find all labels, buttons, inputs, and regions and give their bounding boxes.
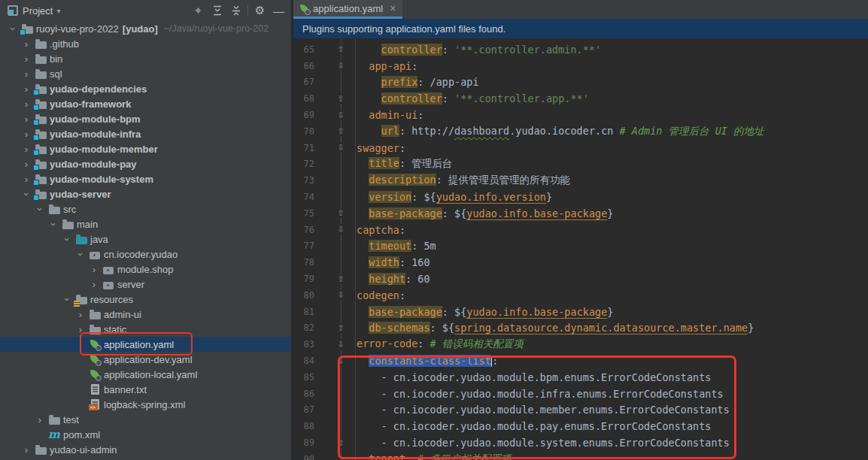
- tree-chevron-icon[interactable]: ›: [20, 69, 33, 79]
- tree-item-ruoyi-vue-pro-2022[interactable]: ›ruoyi-vue-pro-2022[yudao]~/Java/ruoyi-v…: [0, 21, 291, 36]
- tree-item--github[interactable]: ›.github: [0, 36, 291, 51]
- code-line-69[interactable]: 69⇩ admin-ui:: [293, 107, 868, 123]
- tree-item-yudao-framework[interactable]: ›yudao-framework: [0, 96, 291, 111]
- tree-item-banner-txt[interactable]: banner.txt: [0, 382, 291, 397]
- fold-marker-icon[interactable]: ⇧: [326, 44, 355, 54]
- tree-item-src[interactable]: ›src: [0, 201, 291, 216]
- fold-marker-icon[interactable]: ⇩: [326, 225, 355, 235]
- tree-chevron-icon[interactable]: ›: [20, 39, 33, 49]
- tree-item-logback-spring-xml[interactable]: logback-spring.xml: [0, 397, 291, 412]
- settings-icon[interactable]: ⚙: [250, 2, 269, 20]
- tree-item-pom-xml[interactable]: pom.xml: [0, 427, 291, 442]
- tree-item-main[interactable]: ›main: [0, 216, 291, 232]
- code-line-89[interactable]: 89⇧ - cn.iocoder.yudao.module.system.enu…: [293, 434, 868, 451]
- code-line-72[interactable]: 72 title: 管理后台: [293, 156, 868, 173]
- fold-marker-icon[interactable]: ⇩: [326, 290, 355, 300]
- fold-marker-icon[interactable]: ⇧: [326, 208, 355, 218]
- tree-item-yudao-module-system[interactable]: ›yudao-module-system: [0, 171, 291, 186]
- tree-chevron-icon[interactable]: ›: [20, 144, 33, 154]
- tree-item-application-dev-yaml[interactable]: application-dev.yaml: [0, 352, 291, 367]
- code-line-67[interactable]: 67 prefix: /app-api: [293, 74, 868, 91]
- fold-marker-icon[interactable]: ⇩: [326, 143, 355, 153]
- locate-icon[interactable]: ⌖: [189, 2, 208, 20]
- code-line-76[interactable]: 76⇩captcha:: [293, 222, 868, 238]
- code-line-88[interactable]: 88 - cn.iocoder.yudao.module.pay.enums.E…: [293, 418, 868, 434]
- tree-item-cn-iocoder-yudao[interactable]: ›cn.iocoder.yudao: [0, 247, 291, 262]
- fold-marker-icon[interactable]: ⇩: [326, 61, 355, 71]
- tab-close-icon[interactable]: ×: [390, 2, 396, 14]
- tree-chevron-icon[interactable]: ›: [20, 54, 33, 64]
- code-editor[interactable]: 65⇧ controller: '**.controller.admin.**'…: [293, 38, 868, 460]
- code-line-74[interactable]: 74 version: ${yudao.info.version}: [293, 189, 868, 205]
- code-line-86[interactable]: 86 - cn.iocoder.yudao.module.infra.enums…: [293, 386, 868, 402]
- tree-chevron-icon[interactable]: ›: [33, 415, 47, 425]
- code-line-81[interactable]: 81 base-package: ${yudao.info.base-packa…: [293, 304, 868, 320]
- tree-item-application-local-yaml[interactable]: application-local.yaml: [0, 367, 291, 382]
- tree-item-application-yaml[interactable]: application.yaml: [0, 337, 291, 352]
- tree-chevron-icon[interactable]: ›: [62, 292, 72, 306]
- fold-marker-icon[interactable]: ⇧: [326, 438, 355, 448]
- tree-item-resources[interactable]: ›resources: [0, 292, 291, 307]
- tree-item-static[interactable]: ›static: [0, 322, 291, 337]
- tree-chevron-icon[interactable]: ›: [20, 114, 33, 124]
- hide-panel-icon[interactable]: —: [269, 2, 288, 20]
- project-dropdown-chevron-icon[interactable]: ▾: [56, 7, 60, 15]
- fold-marker-icon[interactable]: ⇩: [326, 110, 355, 120]
- fold-marker-icon[interactable]: ⇧: [326, 323, 355, 333]
- code-line-79[interactable]: 79⇧ height: 60: [293, 271, 868, 287]
- tree-chevron-icon[interactable]: ›: [76, 247, 86, 261]
- tree-item-test[interactable]: ›test: [0, 412, 291, 427]
- tree-item-server[interactable]: ›server: [0, 277, 291, 292]
- tree-item-sql[interactable]: ›sql: [0, 66, 291, 81]
- code-line-90[interactable]: 90 tenant: # 多租户相关配置项: [293, 451, 868, 460]
- tree-item-yudao-module-bpm[interactable]: ›yudao-module-bpm: [0, 111, 291, 126]
- collapse-all-icon[interactable]: [226, 2, 245, 20]
- code-line-75[interactable]: 75⇧ base-package: ${yudao.info.base-pack…: [293, 205, 868, 222]
- tree-chevron-icon[interactable]: ›: [20, 159, 33, 169]
- fold-marker-icon[interactable]: ⇧: [326, 94, 355, 104]
- fold-marker-icon[interactable]: ⇧: [326, 274, 355, 284]
- fold-marker-icon[interactable]: ⇧: [326, 126, 355, 136]
- code-line-71[interactable]: 71⇩swagger:: [293, 140, 868, 156]
- code-line-80[interactable]: 80⇩codegen:: [293, 287, 868, 304]
- tree-chevron-icon[interactable]: ›: [20, 445, 33, 455]
- tree-item-java[interactable]: ›java: [0, 232, 291, 247]
- tree-chevron-icon[interactable]: ›: [49, 217, 59, 231]
- tab-application-yaml[interactable]: application.yaml ×: [293, 0, 402, 19]
- tree-chevron-icon[interactable]: ›: [20, 129, 33, 139]
- tree-chevron-icon[interactable]: ›: [87, 265, 101, 274]
- fold-marker-icon[interactable]: ⇩: [326, 356, 355, 366]
- tree-item-bin[interactable]: ›bin: [0, 51, 291, 66]
- code-line-83[interactable]: 83⇩error-code: # 错误码相关配置项: [293, 336, 868, 353]
- tree-chevron-icon[interactable]: ›: [20, 174, 33, 184]
- code-line-85[interactable]: 85 - cn.iocoder.yudao.module.bpm.enums.E…: [293, 369, 868, 386]
- tree-chevron-icon[interactable]: ›: [22, 187, 32, 201]
- tree-item-module-shop[interactable]: ›module.shop: [0, 262, 291, 277]
- fold-marker-icon[interactable]: ⇩: [326, 340, 355, 350]
- code-line-66[interactable]: 66⇩ app-api:: [293, 58, 868, 74]
- tree-chevron-icon[interactable]: ›: [20, 99, 33, 109]
- tree-chevron-icon[interactable]: ›: [20, 84, 33, 94]
- tree-chevron-icon[interactable]: ›: [8, 22, 18, 35]
- expand-all-icon[interactable]: [208, 2, 226, 20]
- tree-chevron-icon[interactable]: ›: [74, 310, 87, 319]
- tree-item-admin-ui[interactable]: ›admin-ui: [0, 307, 291, 322]
- tree-item-yudao-dependencies[interactable]: ›yudao-dependencies: [0, 81, 291, 96]
- code-line-77[interactable]: 77 timeout: 5m: [293, 238, 868, 255]
- tree-chevron-icon[interactable]: ›: [62, 232, 72, 246]
- tree-item-yudao-module-member[interactable]: ›yudao-module-member: [0, 141, 291, 156]
- tree-item-yudao-ui-admin[interactable]: ›yudao-ui-admin: [0, 442, 291, 457]
- code-line-70[interactable]: 70⇧ url: http://dashboard.yudao.iocoder.…: [293, 123, 868, 140]
- tree-chevron-icon[interactable]: ›: [74, 325, 87, 334]
- code-line-68[interactable]: 68⇧ controller: '**.controller.app.**': [293, 90, 868, 107]
- tree-item-yudao-module-pay[interactable]: ›yudao-module-pay: [0, 156, 291, 171]
- code-line-78[interactable]: 78 width: 160: [293, 254, 868, 271]
- tree-chevron-icon[interactable]: ›: [35, 202, 45, 216]
- code-line-87[interactable]: 87 - cn.iocoder.yudao.module.member.enum…: [293, 402, 868, 419]
- code-line-82[interactable]: 82⇧ db-schemas: ${spring.datasource.dyna…: [293, 320, 868, 337]
- tree-chevron-icon[interactable]: ›: [87, 280, 101, 289]
- tree-item-yudao-server[interactable]: ›yudao-server: [0, 186, 291, 201]
- tree-item-partial[interactable]: ›: [0, 457, 291, 460]
- code-line-65[interactable]: 65⇧ controller: '**.controller.admin.**': [293, 41, 868, 58]
- code-line-73[interactable]: 73 description: 提供管理员管理的所有功能: [293, 172, 868, 189]
